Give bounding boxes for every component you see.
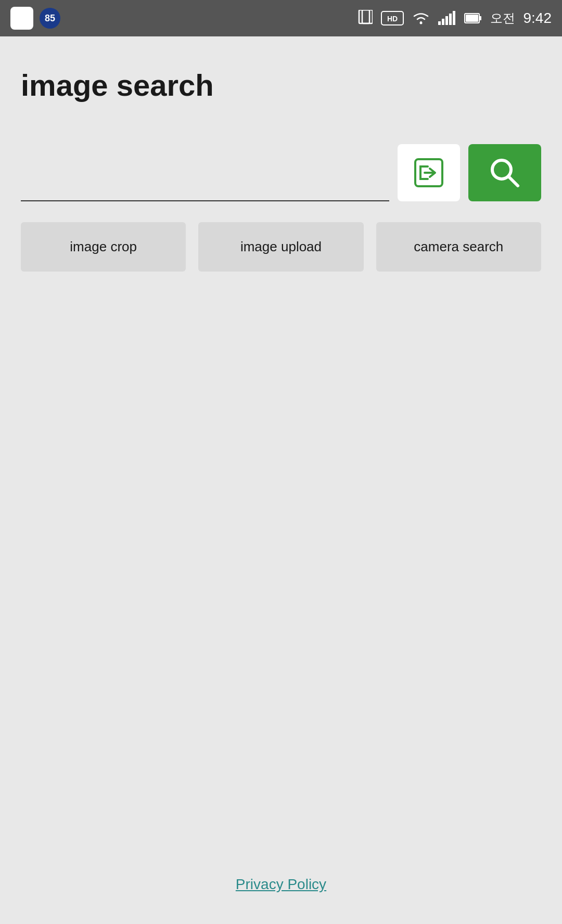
- notification-badge: 85: [40, 8, 60, 29]
- share-button[interactable]: [398, 144, 460, 201]
- image-crop-button[interactable]: image crop: [21, 222, 186, 272]
- search-button[interactable]: [468, 144, 541, 201]
- page-title: image search: [21, 68, 541, 102]
- svg-rect-6: [442, 19, 444, 25]
- camera-search-button[interactable]: camera search: [376, 222, 541, 272]
- app-icon: [10, 7, 33, 30]
- time-label: 오전: [490, 10, 515, 27]
- svg-rect-0: [359, 10, 369, 23]
- search-row: [21, 144, 541, 201]
- search-icon: [487, 155, 523, 191]
- action-buttons: image crop image upload camera search: [21, 222, 541, 272]
- battery-icon: [464, 11, 482, 25]
- search-input[interactable]: [21, 170, 389, 201]
- status-bar: 85 HD: [0, 0, 562, 36]
- svg-line-15: [508, 176, 518, 186]
- signal-icon: [438, 11, 456, 25]
- main-content: image search image crop image upload cam…: [0, 36, 562, 292]
- svg-text:HD: HD: [387, 15, 397, 23]
- svg-rect-8: [449, 14, 452, 25]
- svg-rect-7: [445, 16, 448, 25]
- hd-icon: HD: [381, 11, 404, 25]
- svg-point-4: [419, 22, 422, 24]
- svg-rect-9: [453, 11, 455, 25]
- status-bar-left: 85: [10, 7, 60, 30]
- svg-rect-1: [362, 10, 373, 23]
- status-bar-right: HD 오전 9:42: [358, 10, 552, 27]
- svg-rect-11: [479, 16, 481, 20]
- image-upload-button[interactable]: image upload: [198, 222, 363, 272]
- privacy-policy-link[interactable]: Privacy Policy: [236, 876, 326, 892]
- privacy-footer: Privacy Policy: [0, 876, 562, 893]
- page-icon: [358, 10, 373, 27]
- svg-rect-5: [438, 21, 441, 25]
- share-icon: [413, 157, 444, 188]
- wifi-icon: [412, 11, 430, 25]
- status-time: 9:42: [523, 10, 552, 27]
- svg-rect-12: [466, 15, 478, 22]
